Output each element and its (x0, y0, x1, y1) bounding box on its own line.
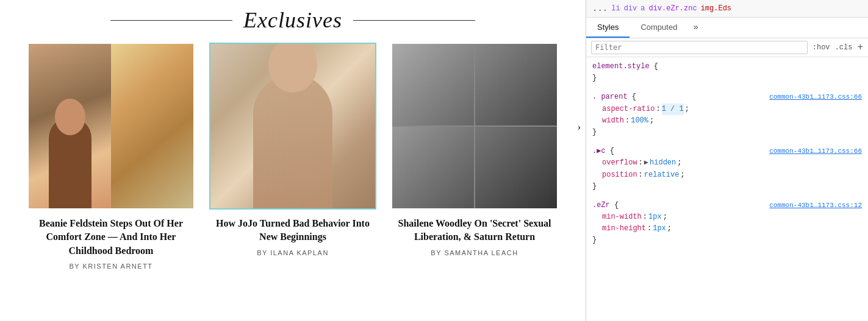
devtools-rules-area: element.style { } . parent { common-43b1… (586, 57, 868, 321)
image-jojo (210, 44, 375, 208)
article-byline-jojo: BY ILANA KAPLAN (257, 249, 329, 256)
css-prop-position: position : relative ; (592, 169, 862, 181)
devtools-panel: ... li div a div.eZr.znc img.Eds Styles … (586, 0, 868, 321)
image-beanie-left (29, 44, 111, 208)
css-source-parent[interactable]: common-43b1…1173.css:66 (769, 92, 862, 103)
next-arrow-button[interactable]: › (578, 122, 581, 133)
article-card-jojo[interactable]: How JoJo Turned Bad Behavior Into New Be… (210, 44, 375, 270)
css-rule-parent-close: } (592, 128, 597, 136)
chevron-right-icon: › (578, 122, 581, 132)
article-image-jojo[interactable] (210, 44, 375, 208)
article-card-beanie[interactable]: Beanie Feldstein Steps Out Of Her Comfor… (29, 44, 193, 270)
css-source-eZr[interactable]: common-43b1…1173.css:12 (769, 200, 862, 211)
header-line-right (353, 20, 475, 21)
css-prop-width: width : 100% ; (592, 115, 862, 127)
css-prop-min-width: min-width : 1px ; (592, 211, 862, 223)
css-rule-c: .▶c { common-43b1…1173.css:66 overflow :… (592, 146, 862, 192)
css-filter-input[interactable] (591, 41, 808, 54)
devtools-filter-bar: :hov .cls + (586, 38, 868, 57)
add-style-button[interactable]: + (857, 42, 863, 53)
shailene-cell-3 (392, 127, 474, 208)
shailene-cell-2 (475, 44, 557, 125)
css-rule-element-style: element.style { } (592, 61, 862, 84)
css-selector-eZr[interactable]: .eZr { (592, 200, 619, 211)
article-card-shailene[interactable]: Shailene Woodley On 'Secret' Sexual Libe… (392, 44, 557, 270)
css-rule-eZr: .eZr { common-43b1…1173.css:12 min-width… (592, 200, 862, 247)
overflow-expand-arrow[interactable]: ▶ (644, 157, 648, 169)
article-byline-shailene: BY SAMANTHA LEACH (431, 249, 518, 256)
article-image-beanie[interactable] (29, 44, 193, 208)
article-title-beanie: Beanie Feldstein Steps Out Of Her Comfor… (29, 217, 193, 258)
css-prop-overflow: overflow : ▶ hidden ; (592, 157, 862, 169)
devtools-tabs: Styles Computed » (586, 18, 868, 38)
breadcrumb-a[interactable]: a (640, 4, 645, 13)
article-byline-beanie: BY KRISTEN ARNETT (69, 263, 152, 270)
shailene-cell-4 (475, 127, 557, 208)
css-selector-c[interactable]: .▶c { (592, 146, 614, 157)
breadcrumb-div-eZr[interactable]: div.eZr.znc (648, 4, 697, 13)
pseudo-filter-button[interactable]: :hov (812, 43, 830, 52)
css-rule-parent: . parent { common-43b1…1173.css:66 aspec… (592, 91, 862, 138)
article-title-shailene: Shailene Woodley On 'Secret' Sexual Libe… (392, 217, 557, 244)
css-closing-brace: } (592, 74, 597, 82)
tab-computed[interactable]: Computed (629, 18, 688, 38)
css-rule-c-close: } (592, 182, 597, 191)
breadcrumb-div[interactable]: div (624, 4, 637, 13)
breadcrumb-li[interactable]: li (611, 4, 620, 13)
article-title-jojo: How JoJo Turned Bad Behavior Into New Be… (210, 217, 375, 244)
articles-row: Beanie Feldstein Steps Out Of Her Comfor… (12, 44, 573, 270)
breadcrumb-dots[interactable]: ... (592, 4, 608, 13)
css-source-c[interactable]: common-43b1…1173.css:66 (769, 146, 862, 157)
article-image-shailene[interactable] (392, 44, 557, 208)
tab-styles[interactable]: Styles (586, 18, 629, 38)
css-prop-min-height: min-height : 1px ; (592, 223, 862, 235)
cls-filter-button[interactable]: .cls (835, 43, 853, 52)
image-shailene-grid (392, 44, 557, 208)
css-selector-parent[interactable]: . parent { (592, 91, 636, 103)
section-header: Exclusives (12, 7, 573, 33)
header-line-left (110, 20, 232, 21)
css-selector-element-style: element.style { (592, 61, 658, 72)
breadcrumb-img[interactable]: img.Eds (701, 4, 731, 13)
shailene-cell-1 (392, 44, 474, 125)
css-prop-aspect-ratio: aspect-ratio : 1 / 1 ; (592, 104, 862, 115)
image-beanie-right (111, 44, 193, 208)
magazine-section: Exclusives Beanie Feldstein Steps Out Of… (0, 0, 586, 321)
section-title: Exclusives (243, 7, 342, 33)
css-rule-eZr-close: } (592, 236, 597, 244)
devtools-breadcrumb: ... li div a div.eZr.znc img.Eds (586, 0, 868, 18)
tab-more[interactable]: » (688, 18, 703, 38)
